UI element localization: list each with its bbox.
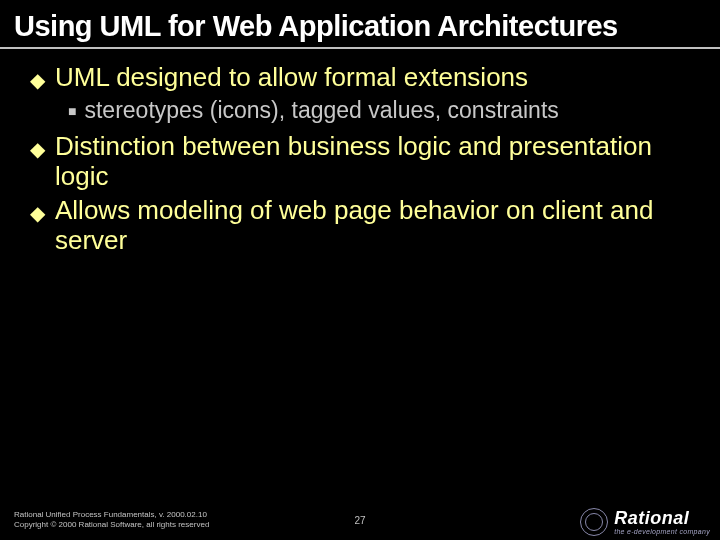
list-item: ◆ Distinction between business logic and… xyxy=(30,132,692,192)
footer-logo: Rational the e-development company xyxy=(580,508,710,536)
footer-copyright: Rational Unified Process Fundamentals, v… xyxy=(14,510,209,530)
square-bullet-icon: ■ xyxy=(68,103,76,120)
list-item-text: Allows modeling of web page behavior on … xyxy=(55,196,692,256)
slide: Using UML for Web Application Architectu… xyxy=(0,0,720,540)
logo-name: Rational xyxy=(614,509,689,527)
sub-list-item-text: stereotypes (icons), tagged values, cons… xyxy=(84,97,692,125)
logo-tagline: the e-development company xyxy=(614,528,710,535)
sub-list-item: ■ stereotypes (icons), tagged values, co… xyxy=(68,97,692,125)
list-item-text: UML designed to allow formal extensions xyxy=(55,63,692,93)
slide-title: Using UML for Web Application Architectu… xyxy=(0,10,720,49)
diamond-bullet-icon: ◆ xyxy=(30,202,45,225)
page-number: 27 xyxy=(354,515,365,526)
slide-footer: Rational Unified Process Fundamentals, v… xyxy=(0,496,720,540)
footer-line2: Copyright © 2000 Rational Software, all … xyxy=(14,520,209,530)
list-item: ◆ UML designed to allow formal extension… xyxy=(30,63,692,93)
list-item-text: Distinction between business logic and p… xyxy=(55,132,692,192)
slide-content: ◆ UML designed to allow formal extension… xyxy=(0,63,720,256)
diamond-bullet-icon: ◆ xyxy=(30,69,45,92)
diamond-bullet-icon: ◆ xyxy=(30,138,45,161)
list-item: ◆ Allows modeling of web page behavior o… xyxy=(30,196,692,256)
logo-sphere-icon xyxy=(580,508,608,536)
logo-text-block: Rational the e-development company xyxy=(614,509,710,535)
footer-line1: Rational Unified Process Fundamentals, v… xyxy=(14,510,209,520)
